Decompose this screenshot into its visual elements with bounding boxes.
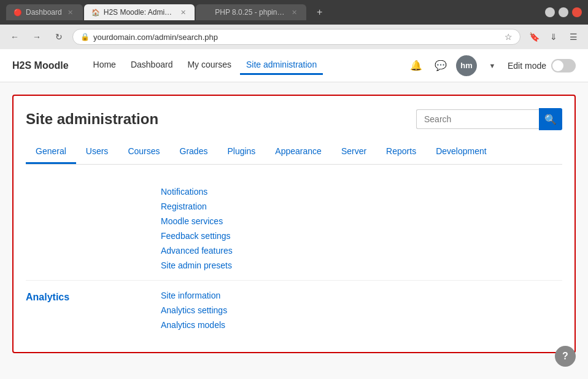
nav-link-dashboard[interactable]: Dashboard	[125, 56, 179, 75]
browser-tab-tab3[interactable]: PHP 8.0.25 - phpinfo() ✕	[196, 4, 306, 20]
browser-action-btns: 🔖 ⇓ ☰	[525, 28, 582, 45]
admin-tab-plugins[interactable]: Plugins	[217, 140, 265, 164]
edit-mode-toggle[interactable]	[551, 59, 576, 72]
browser-tab-bar: 🔴 Dashboard ✕🏠 H2S Moodle: Administrat..…	[0, 0, 588, 25]
page-content: Site administration 🔍 GeneralUsersCourse…	[0, 82, 588, 379]
maximize-button[interactable]	[559, 7, 568, 17]
notification-icon[interactable]: 🔔	[407, 57, 425, 75]
link-analytics-settings[interactable]: Analytics settings	[161, 305, 227, 315]
minimize-button[interactable]	[545, 7, 555, 17]
section-title-general-section	[26, 187, 161, 270]
admin-tab-grades[interactable]: Grades	[170, 140, 218, 164]
tab-label: H2S Moodle: Administrat...	[104, 8, 176, 17]
tab-label: PHP 8.0.25 - phpinfo()	[215, 8, 285, 17]
moodle-nav-links: HomeDashboardMy coursesSite administrati…	[87, 56, 395, 75]
download-icon[interactable]: ⇓	[545, 28, 562, 45]
nav-link-home[interactable]: Home	[87, 56, 122, 75]
browser-chrome: 🔴 Dashboard ✕🏠 H2S Moodle: Administrat..…	[0, 0, 588, 49]
admin-tab-appearance[interactable]: Appearance	[265, 140, 331, 164]
link-site-information[interactable]: Site information	[161, 291, 227, 300]
browser-tab-tab2[interactable]: 🏠 H2S Moodle: Administrat... ✕	[84, 4, 195, 20]
toggle-knob	[552, 60, 563, 71]
search-input[interactable]	[416, 109, 539, 129]
tab-favicon: 🏠	[91, 8, 100, 17]
moodle-logo: H2S Moodle	[12, 60, 69, 71]
tab-favicon	[203, 8, 212, 17]
link-registration[interactable]: Registration	[161, 201, 233, 211]
address-url: yourdomain.com/admin/search.php	[93, 33, 501, 42]
tab-label: Dashboard	[26, 8, 62, 17]
user-avatar[interactable]: hm	[456, 55, 477, 76]
section-title-analytics-section: Analytics	[26, 291, 161, 330]
security-icon: 🔒	[80, 33, 90, 41]
address-bar[interactable]: 🔒 yourdomain.com/admin/search.php ☆	[72, 29, 520, 45]
browser-controls: ← → ↻ 🔒 yourdomain.com/admin/search.php …	[0, 25, 588, 49]
back-button[interactable]: ←	[6, 28, 23, 45]
section-links-general-section: NotificationsRegistrationMoodle services…	[161, 187, 233, 270]
nav-link-my-courses[interactable]: My courses	[181, 56, 238, 75]
nav-link-site-admin[interactable]: Site administration	[240, 56, 323, 75]
edit-mode-label: Edit mode	[508, 59, 576, 72]
user-menu-chevron[interactable]: ▼	[483, 57, 501, 75]
admin-tabs: GeneralUsersCoursesGradesPluginsAppearan…	[26, 140, 562, 165]
admin-tab-courses[interactable]: Courses	[118, 140, 169, 164]
reload-button[interactable]: ↻	[50, 28, 68, 45]
menu-icon[interactable]: ☰	[565, 28, 582, 45]
bookmark-toolbar-icon[interactable]: 🔖	[525, 28, 543, 45]
link-moodle-services[interactable]: Moodle services	[161, 216, 233, 226]
section-general-section: NotificationsRegistrationMoodle services…	[26, 177, 562, 281]
tab-close-icon[interactable]: ✕	[179, 7, 187, 17]
admin-tab-development[interactable]: Development	[426, 140, 497, 164]
admin-tab-users[interactable]: Users	[76, 140, 118, 164]
bookmark-icon[interactable]: ☆	[505, 32, 513, 42]
help-button[interactable]: ?	[555, 346, 576, 367]
link-analytics-models[interactable]: Analytics models	[161, 320, 227, 330]
browser-tab-tab1[interactable]: 🔴 Dashboard ✕	[6, 4, 83, 20]
moodle-navbar: H2S Moodle HomeDashboardMy coursesSite a…	[0, 49, 588, 82]
search-button[interactable]: 🔍	[539, 108, 562, 130]
admin-panel: Site administration 🔍 GeneralUsersCourse…	[12, 95, 576, 353]
tab-favicon: 🔴	[14, 8, 22, 17]
section-links-analytics-section: Site informationAnalytics settingsAnalyt…	[161, 291, 227, 330]
tab-close-icon[interactable]: ✕	[66, 7, 75, 17]
close-button[interactable]	[572, 7, 582, 17]
link-feedback-settings[interactable]: Feedback settings	[161, 231, 233, 241]
link-site-admin-presets[interactable]: Site admin presets	[161, 260, 233, 270]
message-icon[interactable]: 💬	[431, 57, 450, 75]
link-notifications[interactable]: Notifications	[161, 187, 233, 197]
new-tab-button[interactable]: +	[311, 4, 328, 21]
admin-tab-server[interactable]: Server	[331, 140, 376, 164]
page-title: Site administration	[26, 111, 158, 128]
search-bar: 🔍	[416, 108, 562, 130]
admin-sections: NotificationsRegistrationMoodle services…	[26, 177, 562, 340]
browser-tabs: 🔴 Dashboard ✕🏠 H2S Moodle: Administrat..…	[6, 4, 306, 20]
moodle-nav-right: 🔔 💬 hm ▼ Edit mode	[407, 55, 576, 76]
admin-tab-general[interactable]: General	[26, 140, 76, 164]
link-advanced-features[interactable]: Advanced features	[161, 246, 233, 256]
tab-close-icon[interactable]: ✕	[289, 7, 298, 17]
admin-tab-reports[interactable]: Reports	[376, 140, 426, 164]
forward-button[interactable]: →	[28, 28, 45, 45]
section-analytics-section: AnalyticsSite informationAnalytics setti…	[26, 281, 562, 340]
admin-header: Site administration 🔍	[26, 108, 562, 130]
